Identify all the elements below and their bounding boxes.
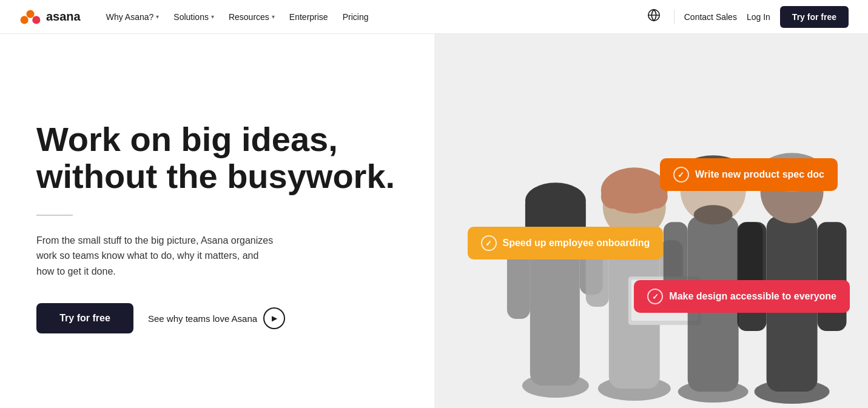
nav-divider: [674, 10, 675, 24]
nav-links: Why Asana? ▾ Solutions ▾ Resources ▾ Ent…: [100, 8, 644, 25]
navbar: asana Why Asana? ▾ Solutions ▾ Resources…: [0, 0, 868, 34]
task-chip-2: ✓ Speed up employee onboarding: [468, 227, 664, 259]
svg-rect-5: [530, 240, 579, 386]
svg-point-0: [26, 10, 34, 18]
nav-why-asana[interactable]: Why Asana? ▾: [100, 8, 166, 25]
try-free-nav-button[interactable]: Try for free: [780, 6, 849, 28]
chevron-down-icon: ▾: [272, 13, 275, 20]
nav-right: Contact Sales Log In Try for free: [644, 5, 849, 28]
chevron-down-icon: ▾: [156, 13, 159, 20]
task-chip-3: ✓ Make design accessible to everyone: [634, 280, 850, 313]
check-icon-1: ✓: [673, 167, 689, 182]
svg-rect-36: [817, 222, 846, 331]
svg-point-2: [32, 16, 40, 24]
svg-point-17: [608, 171, 635, 198]
contact-sales-link[interactable]: Contact Sales: [684, 12, 737, 22]
task-chip-1: ✓ Write new product spec doc: [660, 158, 838, 191]
nav-resources[interactable]: Resources ▾: [223, 8, 281, 25]
logo-text: asana: [46, 10, 81, 24]
hero-section: Work on big ideas, without the busywork.…: [0, 34, 868, 408]
svg-point-1: [21, 16, 29, 24]
hero-subtext: From the small stuff to the big picture,…: [36, 233, 279, 279]
language-button[interactable]: [644, 5, 664, 28]
hero-headline: Work on big ideas, without the busywork.: [36, 121, 398, 195]
hero-divider: [36, 215, 73, 216]
login-link[interactable]: Log In: [747, 12, 770, 22]
nav-enterprise[interactable]: Enterprise: [283, 8, 334, 25]
try-free-hero-button[interactable]: Try for free: [36, 303, 133, 333]
play-icon: ▶: [263, 307, 285, 329]
hero-left: Work on big ideas, without the busywork.…: [0, 34, 434, 408]
nav-pricing[interactable]: Pricing: [337, 8, 375, 25]
nav-solutions[interactable]: Solutions ▾: [167, 8, 220, 25]
svg-point-18: [633, 171, 659, 198]
check-icon-2: ✓: [481, 235, 497, 251]
svg-point-27: [693, 205, 732, 224]
hero-cta: Try for free See why teams love Asana ▶: [36, 303, 398, 333]
see-why-link[interactable]: See why teams love Asana ▶: [148, 307, 285, 329]
hero-right: ✓ Write new product spec doc ✓ Speed up …: [434, 34, 869, 408]
asana-icon: [19, 8, 41, 25]
svg-rect-35: [737, 222, 766, 331]
logo-link[interactable]: asana: [19, 8, 81, 25]
check-icon-3: ✓: [647, 289, 663, 304]
chevron-down-icon: ▾: [211, 13, 214, 20]
